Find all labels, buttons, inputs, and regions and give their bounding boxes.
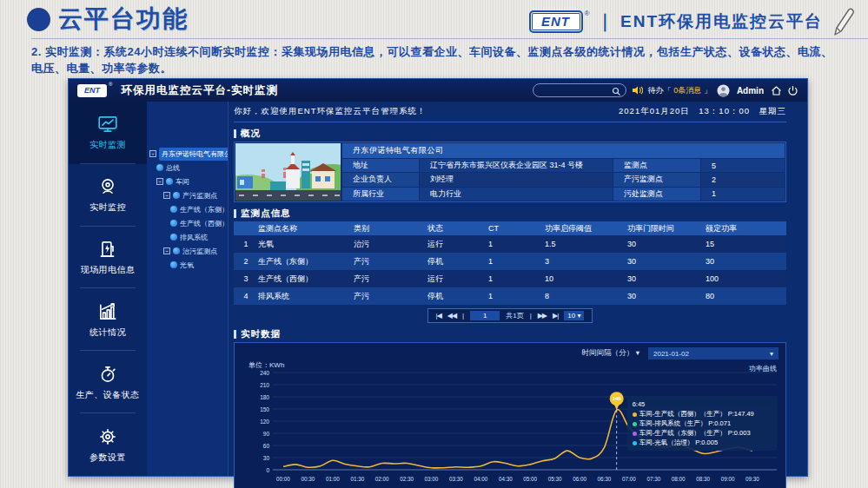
svg-text:00:00: 00:00 [276,476,290,482]
tree-collapse-icon[interactable]: - [149,150,156,157]
datetime: 2021年01月20日 13：10：00 星期三 [619,106,786,117]
bullet-dot [27,8,50,31]
tree-node[interactable]: -车间 [147,175,228,188]
svg-text:150: 150 [260,406,269,412]
column-header: 功率门限时间 [627,223,706,234]
svg-text:02:00: 02:00 [375,476,389,482]
bar-chart-icon [97,301,118,322]
username[interactable]: Admin [737,86,764,96]
svg-text:05:30: 05:30 [548,476,562,482]
notification-speaker-icon[interactable] [632,85,643,96]
main-content: 你好，欢迎使用ENT环保监控云平台管理系统！ 2021年01月20日 13：10… [229,102,807,476]
registered-mark-small: ® [109,82,112,87]
interval-select[interactable]: 时间间隔（分） ▾ [582,348,639,359]
svg-text:07:00: 07:00 [622,476,636,482]
points-table: #监测点名称类别状态CT功率启停阈值功率门限时间额定功率 1光氧治污运行11.5… [234,221,786,305]
svg-text:04:30: 04:30 [499,476,513,482]
charging-station-icon [97,239,118,260]
svg-text:240: 240 [260,370,269,376]
todo-status[interactable]: 待办「 0条消息 」 [648,85,712,96]
chevron-down-icon: ▾ [770,350,773,358]
tree-node[interactable]: -治污监测点 [147,244,228,258]
tree-node[interactable]: 生产线（东侧） [147,202,228,216]
svg-text:08:30: 08:30 [696,476,710,482]
svg-text:04:00: 04:00 [474,476,488,482]
table-row[interactable]: 3生产线（西侧）产污运行11030100 [234,270,786,287]
realtime-chart-card[interactable]: 时间间隔（分） ▾ 2021-01-02▾ 功率曲线 单位：KWh 030609… [234,342,786,488]
search-icon [612,87,621,96]
tree-node[interactable]: 排风系统 [147,230,228,244]
table-row[interactable]: 4排风系统产污停机183080 [234,287,786,305]
svg-text:03:30: 03:30 [449,476,463,482]
tree-collapse-icon[interactable]: - [163,192,170,199]
svg-text:08:00: 08:00 [672,476,686,482]
tree-node-icon [170,220,177,227]
sidebar-item-bar-chart[interactable]: 统计情况 [69,288,147,351]
overview-card: 丹东伊诺特电气有限公司 地址辽宁省丹东市振兴区仪表企业园区 31-4 号楼监测点… [234,142,786,202]
svg-text:07:30: 07:30 [646,476,660,482]
points-body: 1光氧治污运行11.530152生产线（东侧）产污停机1330303生产线（西侧… [234,235,786,305]
sidebar-item-gear[interactable]: 参数设置 [69,413,147,476]
svg-text:00:30: 00:30 [301,476,315,482]
svg-text:02:30: 02:30 [400,476,414,482]
app-titlebar: ENT ® 环保用电监控云平台-实时监测 待办「 0条消息 」 Admin [69,79,807,102]
svg-text:01:00: 01:00 [326,476,340,482]
table-row[interactable]: 1光氧治污运行11.53015 [234,235,786,253]
tree-node[interactable]: 总线 [147,161,228,175]
slide-description: 2. 实时监测：系统24小时连续不间断实时监控：采集现场用电信息，可以查看企业、… [31,43,839,76]
avatar[interactable] [717,84,730,97]
svg-text:90: 90 [263,431,270,437]
page-input[interactable]: 1 [470,311,500,320]
svg-text:03:00: 03:00 [425,476,439,482]
ent-logo-small: ENT [77,84,107,97]
tree-node-icon [156,164,163,171]
column-header: 功率启停阈值 [545,223,627,234]
search-box[interactable] [533,83,626,97]
prev-page-icon[interactable]: ◀◀ [447,312,456,320]
sidebar-item-stopwatch[interactable]: 生产、设备状态 [69,351,147,413]
tree-collapse-icon[interactable]: - [156,178,163,185]
slide: 云平台功能 ENT ® ｜ ENT环保用电监控云平台 2. 实时监测：系统24小… [0,0,868,488]
home-icon[interactable] [771,85,782,96]
page-total: 共1页 [506,311,523,320]
column-header: CT [488,224,545,233]
first-page-icon[interactable]: |◀ [436,312,441,320]
svg-text:01:30: 01:30 [350,476,364,482]
next-page-icon[interactable]: ▶▶ [538,312,547,320]
last-page-icon[interactable]: ▶| [553,312,558,320]
tree-node[interactable]: 光氧 [147,258,228,272]
pen-icon [830,7,856,36]
svg-text:06:30: 06:30 [598,476,612,482]
svg-text:0: 0 [266,467,269,473]
column-header: 监测点名称 [258,223,354,234]
date-select[interactable]: 2021-01-02▾ [648,347,779,359]
brand: ENT ® ｜ ENT环保用电监控云平台 [529,10,824,33]
overview-row: 所属行业电力行业污处监测点1 [342,188,785,201]
tree-node[interactable]: -丹东伊诺特电气有限公司 [147,147,228,161]
line-chart[interactable]: 030609012015018021024000:0000:3001:0001:… [238,367,784,488]
table-row[interactable]: 2生产线（东侧）产污停机133030 [234,253,786,270]
sidebar-item-charging-station[interactable]: 现场用电信息 [69,227,147,289]
app-window: ENT ® 环保用电监控云平台-实时监测 待办「 0条消息 」 Admin [68,78,808,477]
power-icon[interactable] [787,85,798,96]
tree-collapse-icon[interactable]: - [163,247,170,254]
svg-text:210: 210 [260,382,269,388]
svg-text:05:00: 05:00 [523,476,537,482]
sidebar-item-webcam[interactable]: 实时监控 [69,164,147,227]
chevron-down-icon: ▾ [636,348,639,357]
sidebar: 实时监测实时监控现场用电信息统计情况生产、设备状态参数设置 [69,102,147,476]
realtime-section-title: 实时数据 [234,328,786,340]
sidebar-item-monitor-chart[interactable]: 实时监测 [69,102,147,164]
svg-text:30: 30 [263,455,270,461]
tree-node[interactable]: -产污监测点 [147,188,228,202]
page-size-select[interactable]: 10 ▾ [564,311,584,320]
todo-count: 0条消息 [673,86,701,95]
brand-divider: ｜ [596,10,613,33]
column-header: 类别 [354,223,427,234]
ent-logo: ENT [529,10,583,33]
header-divider [31,38,868,39]
tree-node[interactable]: 生产线（西侧） [147,216,228,230]
svg-text:06:00: 06:00 [573,476,586,482]
tree-node-icon [173,247,180,254]
overview-section-title: 概况 [234,128,786,140]
